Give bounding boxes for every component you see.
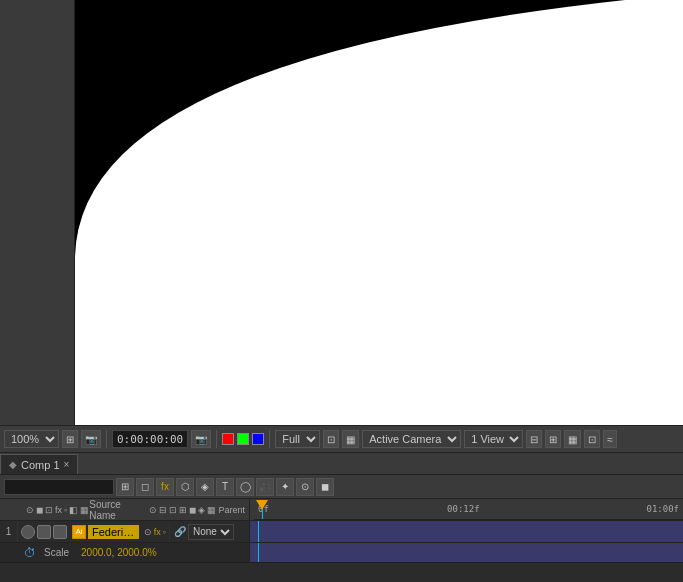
timeline-header: ⊙ ◼ ⊡ fx ◦ ◧ ▦ Source Name ⊙ ⊟ ⊡ ⊞ ◼ ◈ ▦… [0, 499, 683, 521]
mode-icon3: ⊡ [169, 505, 177, 515]
layer-track[interactable] [250, 521, 683, 542]
tl-switch1: ⊙ [26, 505, 34, 515]
layout-btn1[interactable]: ⊟ [526, 430, 542, 448]
left-sidebar [0, 0, 75, 425]
scale-row-left: ⏱ Scale 2000.0, 2000.0% [0, 543, 250, 562]
layer-name-text: Federico/TitleSlide.ai [88, 525, 139, 539]
layout-btn2[interactable]: ⊞ [545, 430, 561, 448]
layer-fx-btn[interactable]: fx [154, 527, 161, 537]
viewer-toolbar: 100% ⊞ 📷 0:00:00:00 📷 Full ⊡ ▦ Active Ca… [0, 425, 683, 453]
layer-right-switches: ⊙ fx ◦ [141, 527, 169, 537]
timeline-panel: ◆ Comp 1 × ⊞ ◻ fx ⬡ ◈ T ◯ 🎥 ✦ ⊙ ◼ ⊙ ◼ ⊡ … [0, 453, 683, 582]
tl-switch3: ⊡ [45, 505, 53, 515]
viewport[interactable] [75, 0, 683, 425]
layer-playhead [258, 521, 259, 542]
layer-link-icon[interactable]: 🔗 [174, 526, 186, 537]
tl-light-btn[interactable]: ✦ [276, 478, 294, 496]
fit-to-comp-btn[interactable]: ⊞ [62, 430, 78, 448]
scale-label: Scale [44, 547, 69, 558]
viewport-canvas [75, 0, 683, 425]
comp-tab-icon: ◆ [9, 459, 17, 470]
quality-select[interactable]: Full [275, 430, 320, 448]
layer-mode-btn[interactable]: ⊙ [144, 527, 152, 537]
view-select[interactable]: 1 View [464, 430, 523, 448]
mode-icon1: ⊙ [149, 505, 157, 515]
tl-effect-btn[interactable]: fx [156, 478, 174, 496]
tl-header-right: 0f 00:12f 01:00f [250, 499, 683, 520]
scale-value[interactable]: 2000.0, 2000.0% [81, 547, 157, 558]
tl-switch2: ◼ [36, 505, 43, 515]
comp-tab-label: Comp 1 [21, 459, 60, 471]
layer-switches [18, 525, 70, 539]
comp-tab-1[interactable]: ◆ Comp 1 × [0, 454, 78, 474]
layer-left: 1 Ai Federico/TitleSlide.ai ⊙ fx ◦ 🔗 [0, 521, 250, 542]
sep2 [216, 430, 217, 448]
tl-ruler[interactable]: 0f 00:12f 01:00f [254, 500, 683, 520]
time-label-end: 01:00f [646, 504, 679, 514]
layout-btn4[interactable]: ⊡ [584, 430, 600, 448]
layer-visibility-btn[interactable] [21, 525, 35, 539]
layer-parent-area: 🔗 None [169, 524, 249, 540]
layer-parent-select[interactable]: None [188, 524, 234, 540]
color-swatch-green[interactable] [237, 433, 249, 445]
scale-playhead [258, 543, 259, 562]
tl-new-comp-btn[interactable]: ⊞ [116, 478, 134, 496]
layer-file-icon: Ai [72, 525, 86, 539]
tl-solid-btn[interactable]: ◼ [316, 478, 334, 496]
tl-switch-icons: ⊙ ◼ ⊡ fx ◦ ◧ ▦ [4, 505, 89, 515]
mode-icon4: ⊞ [179, 505, 187, 515]
scale-row: ⏱ Scale 2000.0, 2000.0% [0, 543, 683, 563]
comp-tab-close[interactable]: × [64, 459, 70, 470]
comp-tabs: ◆ Comp 1 × [0, 453, 683, 475]
mode-icon2: ⊟ [159, 505, 167, 515]
tl-switch7: ▦ [80, 505, 89, 515]
tl-switch5: ◦ [64, 505, 67, 515]
mode-icon5: ◼ [189, 505, 196, 515]
tl-mode-icons: ⊙ ⊟ ⊡ ⊞ ◼ ◈ ▦ Parent [149, 505, 249, 515]
layer-solo-btn[interactable] [37, 525, 51, 539]
color-swatch-blue[interactable] [252, 433, 264, 445]
tl-mask-btn[interactable]: ⬡ [176, 478, 194, 496]
camera-btn[interactable]: 📷 [191, 430, 211, 448]
timeline-controls: ⊞ ◻ fx ⬡ ◈ T ◯ 🎥 ✦ ⊙ ◼ [0, 475, 683, 499]
mode-icon7: ▦ [207, 505, 216, 515]
playhead-marker [256, 500, 268, 510]
layer-number: 1 [0, 521, 18, 542]
scale-row-right [250, 543, 683, 562]
tl-camera-btn[interactable]: 🎥 [256, 478, 274, 496]
tl-text-btn[interactable]: T [216, 478, 234, 496]
mode-icon6: ◈ [198, 505, 205, 515]
layer-row-1: 1 Ai Federico/TitleSlide.ai ⊙ fx ◦ 🔗 [0, 521, 683, 543]
parent-header: Parent [218, 505, 245, 515]
transparency-btn[interactable]: ▦ [342, 430, 359, 448]
source-name-header: Source Name [89, 499, 149, 521]
tl-switch6: ◧ [69, 505, 78, 515]
scale-stopwatch-icon[interactable]: ⏱ [24, 546, 36, 560]
sep3 [269, 430, 270, 448]
tl-switch4: fx [55, 505, 62, 515]
tl-footage-btn[interactable]: ◻ [136, 478, 154, 496]
layer-blending-btn[interactable]: ◦ [163, 527, 166, 537]
tl-null-btn[interactable]: ⊙ [296, 478, 314, 496]
flow-btn[interactable]: ≈ [603, 430, 617, 448]
tl-shape-btn[interactable]: ◯ [236, 478, 254, 496]
region-btn[interactable]: ⊡ [323, 430, 339, 448]
tl-header-left: ⊙ ◼ ⊡ fx ◦ ◧ ▦ Source Name ⊙ ⊟ ⊡ ⊞ ◼ ◈ ▦… [0, 499, 250, 520]
snapshot-btn[interactable]: 📷 [81, 430, 101, 448]
sep1 [106, 430, 107, 448]
layout-btn3[interactable]: ▦ [564, 430, 581, 448]
layer-lock-btn[interactable] [53, 525, 67, 539]
camera-select[interactable]: Active Camera [362, 430, 461, 448]
color-swatch-red[interactable] [222, 433, 234, 445]
time-label-mid: 00:12f [447, 504, 480, 514]
tl-adjust-btn[interactable]: ◈ [196, 478, 214, 496]
zoom-select[interactable]: 100% [4, 430, 59, 448]
timeline-search[interactable] [4, 479, 114, 495]
layer-name-area[interactable]: Ai Federico/TitleSlide.ai [70, 525, 141, 539]
timecode-display[interactable]: 0:00:00:00 [112, 430, 188, 448]
